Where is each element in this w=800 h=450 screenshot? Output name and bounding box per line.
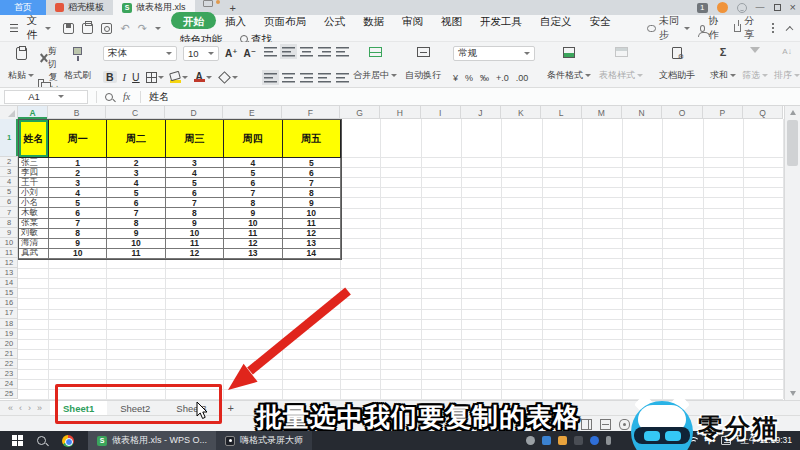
column-header-I[interactable]: I [421,106,461,119]
start-button[interactable] [12,435,23,446]
tray-nav-icon[interactable] [590,436,599,445]
align-center-icon[interactable] [282,72,295,83]
table-value-cell[interactable]: 7 [283,178,341,188]
tray-camera-icon[interactable] [574,436,583,445]
table-value-cell[interactable]: 6 [166,188,224,198]
table-value-cell[interactable]: 6 [107,198,165,208]
menu-item-1[interactable]: 开始 [171,12,216,29]
tab-home[interactable]: 首页 [0,0,46,15]
copy-button[interactable]: 复制 [38,71,60,88]
wrap-text-button[interactable]: 自动换行 [401,45,445,84]
vertical-scrollbar[interactable] [784,106,800,400]
close-button[interactable]: × [790,1,796,14]
currency-format-icon[interactable]: ¥ [453,73,458,83]
decrease-decimal-icon[interactable]: .00 [516,73,529,83]
distribute-icon[interactable] [336,72,349,83]
row-header-23[interactable]: 23 [0,369,18,379]
number-format-select[interactable]: 常规 [453,46,535,61]
table-value-cell[interactable]: 9 [224,208,282,218]
clear-format-button[interactable] [218,72,238,83]
tray-cube-icon[interactable] [542,436,551,445]
row-header-22[interactable]: 22 [0,359,18,369]
data-table[interactable]: 姓名周一周二周三周四周五张三12345李四23456王千34567小刘45678… [18,119,342,260]
table-value-cell[interactable]: 13 [283,239,341,249]
table-value-cell[interactable]: 12 [283,229,341,239]
file-menu[interactable]: 文件 [8,14,51,42]
undo-icon[interactable]: ↶ [120,22,129,35]
menu-item-2[interactable]: 插入 [216,12,255,29]
last-sheet-icon[interactable]: » [37,403,42,413]
increase-font-icon[interactable]: A⁺ [225,49,238,58]
insert-function-icon[interactable]: fx [123,91,130,102]
sync-status[interactable]: 未同步 [647,14,690,42]
column-header-B[interactable]: B [48,106,106,119]
align-bottom-icon[interactable] [300,46,313,57]
merge-center-button[interactable]: 合并居中 [349,45,401,84]
table-value-cell[interactable]: 3 [49,178,107,188]
table-value-cell[interactable]: 3 [166,158,224,168]
table-value-cell[interactable]: 10 [107,239,165,249]
row-header-16[interactable]: 16 [0,298,18,308]
feedback-icon[interactable] [737,3,747,13]
row-header-8[interactable]: 8 [0,218,18,228]
table-header-cell[interactable]: 周二 [107,120,165,158]
table-value-cell[interactable]: 9 [283,198,341,208]
row-header-12[interactable]: 12 [0,258,18,268]
tray-eye-icon[interactable] [526,436,535,445]
redo-icon[interactable]: ↷ [138,22,147,35]
table-name-cell[interactable]: 李四 [19,168,49,178]
scrollbar-thumb[interactable] [787,120,798,166]
table-value-cell[interactable]: 1 [49,158,107,168]
table-value-cell[interactable]: 7 [224,188,282,198]
table-value-cell[interactable]: 4 [49,188,107,198]
taskbar-recorder-task[interactable]: 嗨格式录屏大师 [216,431,312,450]
row-header-9[interactable]: 9 [0,228,18,238]
justify-icon[interactable] [318,72,331,83]
first-sheet-icon[interactable]: « [8,403,13,413]
table-value-cell[interactable]: 6 [283,168,341,178]
menu-item-8[interactable]: 开发工具 [471,12,531,29]
align-middle-icon[interactable] [282,46,295,57]
table-name-cell[interactable]: 张三 [19,158,49,168]
column-header-D[interactable]: D [165,106,223,119]
row-header-21[interactable]: 21 [0,349,18,359]
column-header-H[interactable]: H [380,106,420,119]
align-right-icon[interactable] [300,72,313,83]
row-header-3[interactable]: 3 [0,167,18,177]
menu-item-5[interactable]: 数据 [354,12,393,29]
column-header-Q[interactable]: Q [743,106,783,119]
formula-input[interactable]: 姓名 [149,90,169,104]
eye-protection-icon[interactable] [619,419,630,430]
table-name-cell[interactable]: 真武 [19,249,49,259]
table-value-cell[interactable]: 6 [49,208,107,218]
table-value-cell[interactable]: 8 [49,229,107,239]
row-header-10[interactable]: 10 [0,238,18,248]
chrome-icon[interactable] [62,435,74,447]
row-header-18[interactable]: 18 [0,319,18,329]
table-value-cell[interactable]: 8 [166,208,224,218]
format-painter-button[interactable]: 格式刷 [60,45,95,84]
row-header-25[interactable]: 25 [0,389,18,399]
save-icon[interactable] [63,23,74,34]
customize-qa-icon[interactable] [155,27,161,30]
column-header-A[interactable]: A [18,106,48,119]
table-value-cell[interactable]: 5 [49,198,107,208]
table-value-cell[interactable]: 7 [49,219,107,229]
menu-item-4[interactable]: 公式 [315,12,354,29]
column-header-F[interactable]: F [282,106,340,119]
table-value-cell[interactable]: 3 [107,168,165,178]
table-value-cell[interactable]: 4 [166,168,224,178]
table-value-cell[interactable]: 11 [283,219,341,229]
cut-button[interactable]: 剪切 [38,45,60,71]
prev-sheet-icon[interactable]: ‹ [19,403,22,413]
italic-button[interactable]: I [123,72,127,83]
font-color-button[interactable]: A [194,72,212,82]
tray-mic-icon[interactable] [606,436,611,445]
add-sheet-button[interactable]: + [219,401,241,415]
table-value-cell[interactable]: 9 [49,239,107,249]
minimize-button[interactable]: — [756,1,765,14]
table-value-cell[interactable]: 11 [166,239,224,249]
sheet-nav-arrows[interactable]: « ‹ › » [0,401,50,415]
table-value-cell[interactable]: 7 [166,198,224,208]
table-name-cell[interactable]: 王千 [19,178,49,188]
